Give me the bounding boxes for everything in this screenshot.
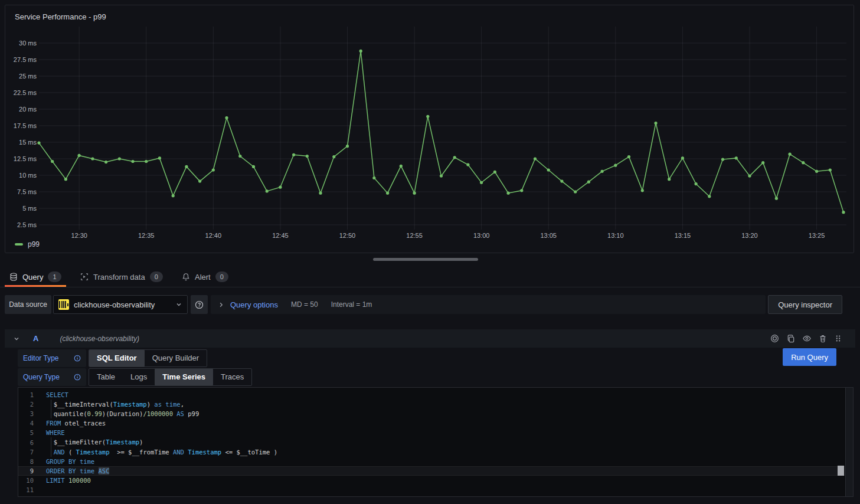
svg-text:13:15: 13:15	[675, 232, 691, 239]
svg-text:20 ms: 20 ms	[19, 106, 37, 113]
svg-text:12:30: 12:30	[71, 232, 87, 239]
transform-icon	[80, 273, 89, 281]
query-type-label: Query Type	[18, 368, 86, 386]
line-number: 10	[18, 477, 34, 484]
run-query-button[interactable]: Run Query	[783, 348, 836, 366]
code-line-2[interactable]: 2 $__timeInterval(Timestamp) as time,	[18, 400, 845, 409]
collapse-caret-icon[interactable]	[13, 335, 20, 342]
query-ref-id: A	[33, 334, 38, 343]
code-text: WHERE	[46, 428, 845, 437]
code-text: $__timeInterval(Timestamp) as time,	[46, 400, 845, 409]
query-inspector-button[interactable]: Query inspector	[768, 295, 842, 314]
option-sql-editor[interactable]: SQL Editor	[89, 350, 145, 366]
option-logs[interactable]: Logs	[123, 369, 155, 385]
datasource-picker[interactable]: clickhouse-observability	[53, 295, 188, 314]
disable-query-icon[interactable]	[770, 334, 779, 343]
code-text: GROUP BY time	[46, 457, 845, 466]
line-number: 11	[18, 486, 34, 493]
code-text: SELECT	[46, 390, 845, 400]
option-traces[interactable]: Traces	[213, 369, 251, 385]
chevron-down-icon	[175, 301, 182, 308]
code-line-6[interactable]: 6 $__timeFilter(Timestamp)	[18, 437, 845, 447]
line-number: 7	[18, 449, 34, 456]
svg-text:17.5 ms: 17.5 ms	[14, 122, 37, 129]
option-query-builder[interactable]: Query Builder	[145, 350, 207, 366]
bell-icon	[182, 273, 190, 281]
info-circle-icon[interactable]	[74, 374, 81, 381]
line-number: 9	[18, 467, 34, 474]
code-line-5[interactable]: 5WHERE	[18, 428, 845, 437]
line-number: 2	[18, 401, 34, 408]
svg-text:13:20: 13:20	[741, 232, 758, 239]
timeseries-chart[interactable]: 12:3012:3512:4012:4512:5012:5513:0013:05…	[5, 23, 854, 246]
svg-text:13:00: 13:00	[473, 232, 490, 239]
x-axis-labels: 12:3012:3512:4012:4512:5012:5513:0013:05…	[71, 232, 825, 239]
code-line-10[interactable]: 10LIMIT 100000	[18, 476, 845, 485]
query-options-bar[interactable]: Query options MD = 50 Interval = 1m	[211, 295, 766, 314]
svg-text:12:45: 12:45	[272, 232, 289, 239]
code-text: AND ( Timestamp >= $__fromTime AND Times…	[46, 447, 845, 457]
p99-series-line	[39, 51, 843, 212]
code-line-8[interactable]: 8GROUP BY time	[18, 457, 845, 466]
datasource-help-button[interactable]	[191, 295, 208, 314]
hide-query-eye-icon[interactable]	[802, 334, 812, 343]
code-line-4[interactable]: 4FROM otel_traces	[18, 418, 845, 428]
svg-text:13:05: 13:05	[540, 232, 557, 239]
datasource-toolbar: Data source clickhouse-observability Que…	[5, 295, 855, 314]
line-number: 6	[18, 439, 34, 446]
horizontal-scrollbar[interactable]	[373, 258, 478, 261]
sql-editor-lines: 1SELECT2 $__timeInterval(Timestamp) as t…	[18, 390, 845, 495]
code-text: quantile(0.99)(Duration)/1000000 AS p99	[46, 409, 845, 418]
editor-tabs-bar: Query 1 Transform data 0 Alert 0	[0, 267, 860, 287]
editor-type-radiogroup: SQL Editor Query Builder	[89, 349, 207, 367]
svg-text:12.5 ms: 12.5 ms	[14, 155, 37, 162]
line-number: 8	[18, 458, 34, 465]
code-line-9[interactable]: 9ORDER BY time ASC	[18, 466, 845, 476]
svg-text:5 ms: 5 ms	[22, 205, 37, 212]
code-line-3[interactable]: 3 quantile(0.99)(Duration)/1000000 AS p9…	[18, 409, 845, 418]
tab-count-badge: 0	[215, 271, 228, 282]
svg-text:13:25: 13:25	[809, 232, 825, 239]
editor-scrollbar[interactable]	[845, 388, 853, 496]
line-number: 4	[18, 420, 34, 427]
editor-type-label: Editor Type	[18, 349, 86, 367]
code-text	[46, 485, 845, 495]
datasource-selected-value: clickhouse-observability	[74, 300, 171, 309]
interval-value: Interval = 1m	[331, 300, 372, 309]
query-datasource-hint: (clickhouse-observability)	[60, 335, 139, 343]
legend-series-color	[15, 243, 23, 246]
tab-count-badge: 1	[48, 271, 61, 282]
sql-editor[interactable]: 1SELECT2 $__timeInterval(Timestamp) as t…	[18, 387, 854, 497]
svg-text:12:35: 12:35	[138, 232, 155, 239]
delete-query-trash-icon[interactable]	[819, 334, 827, 343]
tab-count-badge: 0	[150, 271, 163, 282]
code-line-11[interactable]: 11	[18, 485, 845, 495]
svg-text:27.5 ms: 27.5 ms	[14, 56, 37, 63]
code-text: ORDER BY time ASC	[46, 466, 845, 476]
legend-series-label[interactable]: p99	[28, 240, 40, 248]
tab-label: Query	[22, 273, 43, 282]
query-options-toggle[interactable]: Query options	[230, 300, 278, 309]
info-circle-icon[interactable]	[74, 355, 81, 362]
legend: p99	[15, 240, 40, 248]
code-line-1[interactable]: 1SELECT	[18, 390, 845, 400]
svg-text:12:55: 12:55	[406, 232, 423, 239]
query-type-radiogroup: Table Logs Time Series Traces	[89, 368, 252, 386]
tab-transform-data[interactable]: Transform data 0	[76, 267, 168, 287]
timeseries-panel: Service Performance - p99 12:3012:3512:4…	[5, 5, 854, 253]
tab-query[interactable]: Query 1	[5, 267, 66, 287]
drag-handle-icon[interactable]	[834, 334, 842, 343]
code-line-7[interactable]: 7 AND ( Timestamp >= $__fromTime AND Tim…	[18, 447, 845, 457]
duplicate-query-icon[interactable]	[786, 334, 795, 343]
svg-text:25 ms: 25 ms	[19, 73, 37, 80]
option-time-series[interactable]: Time Series	[155, 369, 213, 385]
query-row-header: A (clickhouse-observability)	[5, 329, 855, 348]
svg-text:12:50: 12:50	[339, 232, 356, 239]
chart-gridlines	[39, 27, 846, 230]
code-text: FROM otel_traces	[46, 418, 845, 428]
svg-text:10 ms: 10 ms	[19, 172, 37, 179]
option-table[interactable]: Table	[89, 369, 123, 385]
y-axis-labels: 2.5 ms5 ms7.5 ms10 ms12.5 ms15 ms17.5 ms…	[14, 40, 37, 228]
line-number: 1	[18, 391, 34, 398]
tab-alert[interactable]: Alert 0	[177, 267, 233, 287]
